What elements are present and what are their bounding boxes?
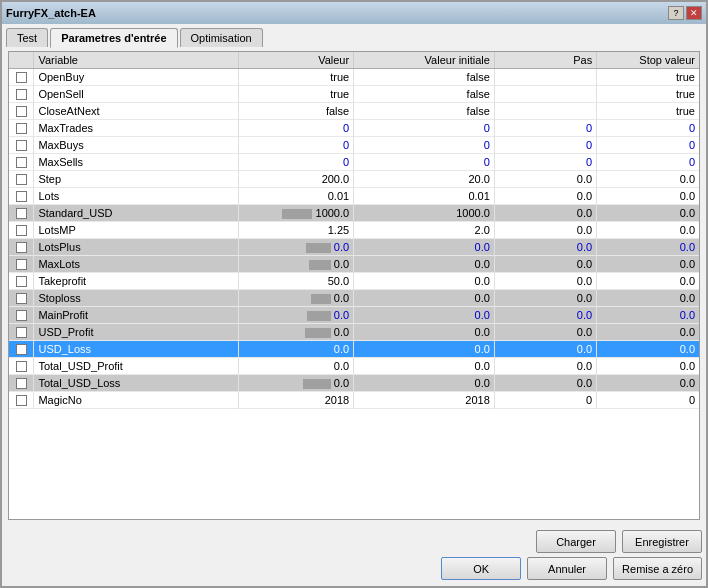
table-row[interactable]: MaxBuys0000: [9, 137, 699, 154]
close-button[interactable]: ✕: [686, 6, 702, 20]
row-checkbox-cell: [9, 392, 34, 409]
row-value[interactable]: 0.0: [239, 256, 354, 273]
row-variable-name: MaxBuys: [34, 137, 239, 154]
row-value[interactable]: 0: [239, 154, 354, 171]
row-value[interactable]: 1.25: [239, 222, 354, 239]
col-header-valeur: Valeur: [239, 52, 354, 69]
table-row[interactable]: Standard_USD 1000.01000.00.00.0: [9, 205, 699, 222]
table-row[interactable]: Step200.020.00.00.0: [9, 171, 699, 188]
row-value[interactable]: 0.0: [239, 307, 354, 324]
table-row[interactable]: OpenSelltruefalsetrue: [9, 86, 699, 103]
row-variable-name: MagicNo: [34, 392, 239, 409]
row-value[interactable]: 0.0: [239, 324, 354, 341]
row-stop-value: true: [597, 103, 699, 120]
row-checkbox[interactable]: [16, 242, 27, 253]
annuler-button[interactable]: Annuler: [527, 557, 607, 580]
row-value[interactable]: 0.0: [239, 375, 354, 392]
row-checkbox[interactable]: [16, 72, 27, 83]
row-pas-value: 0.0: [494, 205, 596, 222]
row-checkbox-cell: [9, 273, 34, 290]
row-value[interactable]: 0: [239, 120, 354, 137]
value-bar: [309, 260, 331, 270]
row-checkbox[interactable]: [16, 293, 27, 304]
table-row[interactable]: Total_USD_Loss 0.00.00.00.0: [9, 375, 699, 392]
table-row[interactable]: CloseAtNextfalsefalsetrue: [9, 103, 699, 120]
row-checkbox[interactable]: [16, 259, 27, 270]
row-pas-value: 0: [494, 137, 596, 154]
row-init-value: 0.0: [354, 256, 495, 273]
table-row[interactable]: Lots0.010.010.00.0: [9, 188, 699, 205]
row-value-text: 0.0: [331, 241, 349, 253]
table-row[interactable]: MaxSells0000: [9, 154, 699, 171]
tab-optim[interactable]: Optimisation: [180, 28, 263, 47]
table-body: OpenBuytruefalsetrueOpenSelltruefalsetru…: [9, 69, 699, 409]
row-checkbox[interactable]: [16, 361, 27, 372]
table-row[interactable]: Stoploss 0.00.00.00.0: [9, 290, 699, 307]
row-checkbox[interactable]: [16, 378, 27, 389]
row-pas-value: 0: [494, 154, 596, 171]
main-window: FurryFX_atch-EA ? ✕ Test Parametres d'en…: [0, 0, 708, 588]
row-value[interactable]: false: [239, 103, 354, 120]
table-row[interactable]: MaxTrades0000: [9, 120, 699, 137]
row-variable-name: USD_Profit: [34, 324, 239, 341]
charger-button[interactable]: Charger: [536, 530, 616, 553]
row-checkbox[interactable]: [16, 140, 27, 151]
row-checkbox[interactable]: [16, 89, 27, 100]
remise-zero-button[interactable]: Remise a zéro: [613, 557, 702, 580]
help-button[interactable]: ?: [668, 6, 684, 20]
table-row[interactable]: USD_Profit 0.00.00.00.0: [9, 324, 699, 341]
row-value[interactable]: true: [239, 86, 354, 103]
row-value[interactable]: 2018: [239, 392, 354, 409]
row-value[interactable]: 0.0: [239, 290, 354, 307]
table-row[interactable]: Total_USD_Profit0.00.00.00.0: [9, 358, 699, 375]
row-value[interactable]: 0.0: [239, 239, 354, 256]
row-init-value: 0.01: [354, 188, 495, 205]
table-row[interactable]: MainProfit 0.00.00.00.0: [9, 307, 699, 324]
row-checkbox[interactable]: [16, 276, 27, 287]
row-init-value: 2.0: [354, 222, 495, 239]
row-value[interactable]: 0: [239, 137, 354, 154]
row-stop-value: 0: [597, 137, 699, 154]
row-checkbox[interactable]: [16, 123, 27, 134]
table-row[interactable]: OpenBuytruefalsetrue: [9, 69, 699, 86]
row-value[interactable]: 0.01: [239, 188, 354, 205]
table-row[interactable]: LotsMP1.252.00.00.0: [9, 222, 699, 239]
row-checkbox[interactable]: [16, 327, 27, 338]
row-stop-value: 0.0: [597, 188, 699, 205]
row-checkbox[interactable]: [16, 310, 27, 321]
row-pas-value: [494, 69, 596, 86]
row-checkbox[interactable]: [16, 191, 27, 202]
row-checkbox[interactable]: [16, 225, 27, 236]
row-checkbox-cell: [9, 69, 34, 86]
tab-params[interactable]: Parametres d'entrée: [50, 28, 177, 48]
row-value[interactable]: 200.0: [239, 171, 354, 188]
table-row[interactable]: MagicNo2018201800: [9, 392, 699, 409]
ok-button[interactable]: OK: [441, 557, 521, 580]
row-stop-value: 0.0: [597, 324, 699, 341]
table-row[interactable]: USD_Loss0.00.00.00.0: [9, 341, 699, 358]
col-header-valeur-initiale: Valeur initiale: [354, 52, 495, 69]
enregistrer-button[interactable]: Enregistrer: [622, 530, 702, 553]
row-value[interactable]: 0.0: [239, 341, 354, 358]
col-header-variable: Variable: [34, 52, 239, 69]
tab-test[interactable]: Test: [6, 28, 48, 47]
row-checkbox[interactable]: [16, 395, 27, 406]
row-variable-name: Takeprofit: [34, 273, 239, 290]
row-value[interactable]: 1000.0: [239, 205, 354, 222]
row-checkbox[interactable]: [16, 106, 27, 117]
row-checkbox[interactable]: [16, 208, 27, 219]
table-row[interactable]: Takeprofit50.00.00.00.0: [9, 273, 699, 290]
row-checkbox[interactable]: [16, 174, 27, 185]
row-value[interactable]: true: [239, 69, 354, 86]
table-row[interactable]: LotsPlus 0.00.00.00.0: [9, 239, 699, 256]
row-variable-name: OpenBuy: [34, 69, 239, 86]
row-value[interactable]: 0.0: [239, 358, 354, 375]
row-pas-value: [494, 103, 596, 120]
value-bar: [306, 243, 331, 253]
table-row[interactable]: MaxLots 0.00.00.00.0: [9, 256, 699, 273]
row-value[interactable]: 50.0: [239, 273, 354, 290]
row-checkbox[interactable]: [16, 344, 27, 355]
row-checkbox[interactable]: [16, 157, 27, 168]
row-checkbox-cell: [9, 290, 34, 307]
row-pas-value: 0: [494, 392, 596, 409]
